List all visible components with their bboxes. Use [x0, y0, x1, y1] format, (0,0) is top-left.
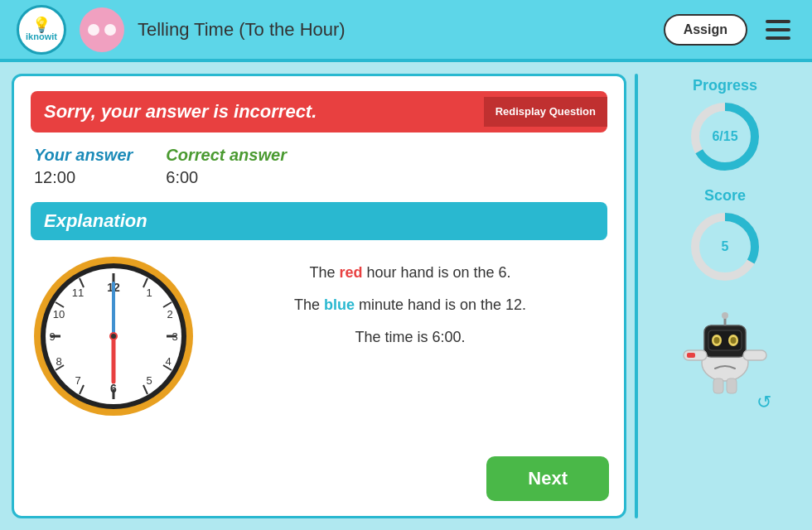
logo-icon: 💡	[32, 17, 51, 32]
progress-section: Progress 6/15	[688, 77, 762, 174]
sidebar-panel: Progress 6/15 Score 5	[638, 62, 812, 530]
score-label: Score	[688, 187, 762, 205]
correct-answer-label: Correct answer	[166, 146, 287, 165]
lesson-title: Telling Time (To the Hour)	[138, 19, 650, 41]
robot-svg	[675, 301, 775, 400]
hamburger-icon	[766, 36, 790, 40]
svg-text:9: 9	[49, 330, 55, 343]
question-panel: Sorry, your answer is incorrect. Redispl…	[12, 74, 626, 518]
explanation-text-block: The red hour hand is on the 6. The blue …	[213, 253, 607, 359]
avatar-dot	[104, 24, 116, 36]
svg-text:11: 11	[72, 287, 84, 299]
incorrect-banner: Sorry, your answer is incorrect. Redispl…	[31, 91, 607, 132]
menu-button[interactable]	[761, 12, 795, 47]
svg-point-40	[714, 337, 720, 344]
svg-point-30	[111, 334, 116, 339]
redisplay-button[interactable]: Redisplay Question	[484, 97, 607, 128]
progress-label: Progress	[688, 77, 762, 94]
avatar-dot	[88, 24, 99, 36]
svg-text:10: 10	[53, 308, 65, 320]
svg-text:2: 2	[167, 308, 172, 320]
your-answer-label: Your answer	[34, 146, 133, 165]
score-donut: 5	[688, 210, 762, 284]
your-answer-col: Your answer 12:00	[34, 146, 133, 187]
hamburger-icon	[766, 28, 790, 31]
red-word: red	[339, 264, 362, 281]
answers-row: Your answer 12:00 Correct answer 6:00	[31, 146, 607, 187]
logo: 💡 iknowit	[17, 5, 66, 55]
header: 💡 iknowit Telling Time (To the Hour) Ass…	[0, 0, 812, 62]
assign-button[interactable]: Assign	[664, 14, 747, 46]
score-value: 5	[722, 239, 729, 254]
progress-value: 6/15	[712, 129, 737, 144]
next-button-container: Next	[486, 456, 609, 501]
robot-mascot: ↺	[675, 301, 775, 413]
svg-text:3: 3	[172, 330, 177, 343]
clock-display: 12 1 2 3 4 5 6 7 8 9 10 11	[31, 253, 196, 419]
svg-rect-46	[743, 350, 766, 360]
correct-answer-value: 6:00	[166, 168, 287, 187]
svg-text:7: 7	[75, 374, 80, 387]
svg-point-41	[731, 337, 737, 344]
svg-point-43	[722, 312, 728, 319]
hamburger-icon	[766, 20, 790, 23]
explanation-line1: The red hour hand is on the 6.	[213, 262, 607, 284]
explanation-header: Explanation	[31, 202, 607, 240]
blue-word: blue	[324, 296, 355, 313]
score-section: Score 5	[688, 187, 762, 284]
svg-text:5: 5	[146, 374, 152, 387]
avatar-dots	[88, 24, 116, 36]
incorrect-message: Sorry, your answer is incorrect.	[31, 91, 484, 132]
explanation-body: 12 1 2 3 4 5 6 7 8 9 10 11	[31, 253, 607, 419]
svg-text:8: 8	[56, 355, 61, 368]
your-answer-value: 12:00	[34, 168, 133, 187]
progress-donut: 6/15	[688, 99, 762, 174]
svg-rect-45	[687, 353, 695, 358]
back-arrow-icon[interactable]: ↺	[756, 392, 771, 412]
explanation-line2: The blue minute hand is on the 12.	[213, 294, 607, 316]
explanation-line3: The time is 6:00.	[213, 326, 607, 349]
svg-text:4: 4	[165, 355, 171, 368]
main-content: Sorry, your answer is incorrect. Redispl…	[0, 62, 812, 530]
avatar-circle	[80, 7, 124, 52]
next-button[interactable]: Next	[486, 456, 609, 501]
clock-svg: 12 1 2 3 4 5 6 7 8 9 10 11	[31, 253, 196, 419]
svg-text:1: 1	[146, 287, 152, 299]
correct-answer-col: Correct answer 6:00	[166, 146, 287, 187]
logo-text: iknowit	[26, 32, 57, 41]
